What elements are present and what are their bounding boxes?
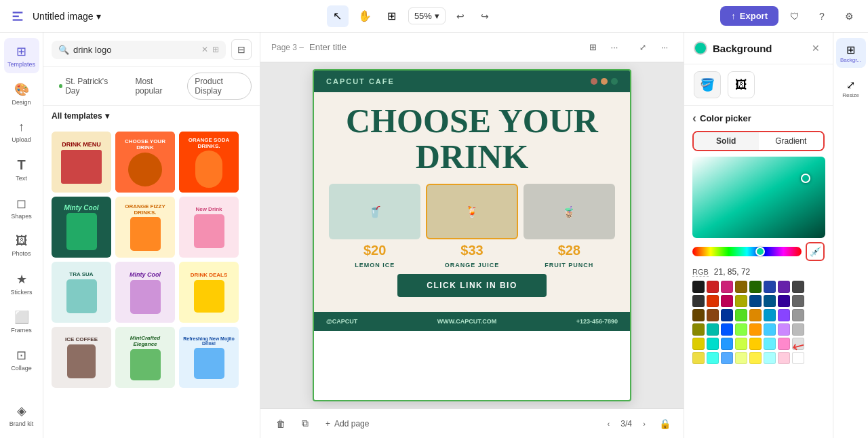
template-item[interactable]: ICE COFFEE bbox=[52, 327, 111, 388]
template-item[interactable]: TRA SUA bbox=[52, 262, 111, 323]
swatch[interactable] bbox=[692, 309, 705, 321]
hue-thumb[interactable] bbox=[755, 247, 765, 256]
template-item[interactable]: Minty Cool bbox=[115, 262, 175, 323]
sidebar-item-frames[interactable]: ⬜ Frames bbox=[4, 304, 39, 339]
more-options-icon[interactable]: ··· bbox=[605, 38, 624, 57]
tab-product-display[interactable]: Product Display bbox=[187, 73, 252, 100]
canvas-more-icon[interactable]: ··· bbox=[656, 39, 673, 56]
swatch[interactable] bbox=[707, 352, 719, 364]
clear-search-icon[interactable]: ✕ bbox=[201, 45, 208, 54]
swatch[interactable] bbox=[792, 295, 804, 307]
swatch[interactable] bbox=[778, 323, 790, 336]
sidebar-item-upload[interactable]: ↑ Upload bbox=[4, 114, 39, 149]
swatch[interactable] bbox=[764, 352, 776, 364]
pages-tool[interactable]: ⊞ bbox=[381, 5, 403, 27]
file-title[interactable]: Untitled image ▾ bbox=[33, 11, 101, 22]
search-input[interactable] bbox=[73, 45, 197, 55]
swatch[interactable] bbox=[707, 309, 719, 321]
tab-most-popular[interactable]: Most popular bbox=[127, 73, 183, 100]
image-fill-icon[interactable]: 🖼 bbox=[728, 71, 755, 98]
swatch[interactable] bbox=[749, 295, 762, 307]
zoom-selector[interactable]: 55% ▾ bbox=[408, 7, 446, 24]
swatch[interactable] bbox=[721, 323, 733, 336]
add-page-button[interactable]: + Add page bbox=[320, 416, 374, 431]
template-item[interactable]: ORANGE SODA DRINKS. bbox=[179, 132, 239, 193]
color-gradient-canvas[interactable] bbox=[692, 157, 825, 238]
swatch[interactable] bbox=[764, 323, 776, 336]
swatch[interactable] bbox=[735, 281, 747, 293]
sidebar-item-text[interactable]: T Text bbox=[4, 152, 39, 187]
hand-tool[interactable]: ✋ bbox=[354, 5, 376, 27]
filter-button[interactable]: ⊟ bbox=[231, 39, 252, 60]
color-picker-back-button[interactable]: ‹ Color picker bbox=[692, 111, 825, 125]
help-icon[interactable]: ? bbox=[811, 5, 833, 27]
sidebar-item-design[interactable]: 🎨 Design bbox=[4, 76, 39, 111]
swatch[interactable] bbox=[735, 309, 747, 321]
template-item[interactable]: New Drink bbox=[179, 197, 239, 258]
eyedropper-button[interactable]: 💉 bbox=[806, 242, 825, 261]
swatch[interactable] bbox=[707, 281, 719, 293]
template-item[interactable]: DRINK DEALS bbox=[179, 262, 239, 323]
swatch[interactable] bbox=[692, 323, 705, 336]
swatch[interactable] bbox=[692, 338, 705, 350]
swatch[interactable] bbox=[692, 352, 705, 364]
swatch[interactable] bbox=[707, 323, 719, 336]
swatch[interactable] bbox=[721, 309, 733, 321]
hue-slider[interactable] bbox=[692, 247, 802, 256]
pointer-tool[interactable]: ↖ bbox=[327, 5, 349, 27]
sidebar-item-photos[interactable]: 🖼 Photos bbox=[4, 228, 39, 263]
swatch[interactable] bbox=[764, 309, 776, 321]
swatch[interactable] bbox=[792, 338, 804, 350]
swatch[interactable] bbox=[792, 352, 804, 364]
fit-icon[interactable]: ⊞ bbox=[583, 38, 602, 57]
sidebar-item-shapes[interactable]: ◻ Shapes bbox=[4, 190, 39, 225]
swatch[interactable] bbox=[764, 338, 776, 350]
app-logo[interactable] bbox=[8, 7, 27, 26]
cta-button[interactable]: CLICK LINK IN BIO bbox=[397, 274, 547, 297]
swatch[interactable] bbox=[749, 338, 762, 350]
sidebar-item-collage[interactable]: ⊡ Collage bbox=[4, 342, 39, 377]
sidebar-item-stickers[interactable]: ★ Stickers bbox=[4, 266, 39, 301]
swatch[interactable] bbox=[778, 281, 790, 293]
swatch[interactable] bbox=[778, 338, 790, 350]
page-title-input[interactable] bbox=[309, 42, 423, 52]
swatch[interactable] bbox=[707, 295, 719, 307]
mini-background-button[interactable]: ⊞ Backgr... bbox=[836, 38, 866, 68]
delete-button[interactable]: 🗑 bbox=[271, 414, 290, 433]
swatch[interactable] bbox=[792, 281, 804, 293]
all-templates-row[interactable]: All templates ▾ bbox=[43, 106, 260, 126]
swatch[interactable] bbox=[735, 323, 747, 336]
search-extra-icon[interactable]: ⊞ bbox=[212, 45, 219, 54]
swatch[interactable] bbox=[735, 295, 747, 307]
sidebar-item-brand[interactable]: ◈ Brand kit bbox=[4, 397, 39, 433]
swatch[interactable] bbox=[721, 281, 733, 293]
swatch[interactable] bbox=[778, 352, 790, 364]
swatch[interactable] bbox=[749, 323, 762, 336]
rgb-label[interactable]: RGB bbox=[692, 268, 709, 277]
swatch[interactable] bbox=[692, 281, 705, 293]
swatch[interactable] bbox=[749, 281, 762, 293]
swatch[interactable] bbox=[778, 295, 790, 307]
export-button[interactable]: ↑ Export bbox=[720, 6, 778, 26]
swatch[interactable] bbox=[735, 338, 747, 350]
swatch[interactable] bbox=[764, 281, 776, 293]
swatch[interactable] bbox=[749, 352, 762, 364]
undo-button[interactable]: ↩ bbox=[451, 7, 470, 26]
swatch[interactable] bbox=[735, 352, 747, 364]
prev-page-button[interactable]: ‹ bbox=[600, 416, 616, 432]
search-box[interactable]: 🔍 ✕ ⊞ bbox=[52, 41, 226, 59]
template-item[interactable]: Minty Cool bbox=[52, 197, 111, 258]
panel-close-button[interactable]: ✕ bbox=[808, 41, 823, 56]
template-item[interactable]: DRINK MENU bbox=[52, 132, 111, 193]
gradient-tab[interactable]: Gradient bbox=[759, 132, 824, 150]
swatch[interactable] bbox=[721, 352, 733, 364]
swatch[interactable] bbox=[778, 309, 790, 321]
swatch[interactable] bbox=[707, 338, 719, 350]
paint-bucket-icon[interactable]: 🪣 bbox=[694, 71, 721, 98]
solid-tab[interactable]: Solid bbox=[694, 132, 759, 150]
swatch[interactable] bbox=[792, 309, 804, 321]
redo-button[interactable]: ↪ bbox=[475, 7, 494, 26]
duplicate-button[interactable]: ⧉ bbox=[296, 414, 315, 433]
next-page-button[interactable]: › bbox=[636, 416, 652, 432]
lock-button[interactable]: 🔒 bbox=[656, 416, 673, 432]
